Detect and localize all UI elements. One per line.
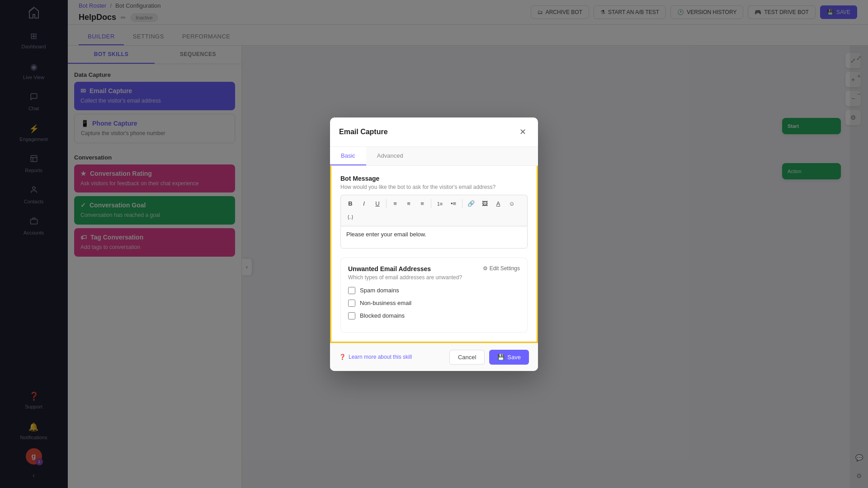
align-center-button[interactable]: ≡ xyxy=(403,198,415,210)
spam-domains-checkbox-row: Spam domains xyxy=(348,287,520,294)
bot-message-title: Bot Message xyxy=(340,175,528,182)
non-business-label: Non-business email xyxy=(360,300,411,306)
text-style-button[interactable]: A xyxy=(492,198,504,210)
blocked-domains-checkbox-row: Blocked domains xyxy=(348,312,520,319)
italic-button[interactable]: I xyxy=(358,198,370,210)
modal-tab-advanced[interactable]: Advanced xyxy=(366,147,414,165)
help-icon: ❓ xyxy=(339,354,346,360)
save-modal-button[interactable]: 💾 Save xyxy=(489,350,529,365)
align-left-button[interactable]: ≡ xyxy=(389,198,401,210)
save-modal-icon: 💾 xyxy=(497,354,505,361)
edit-settings-link[interactable]: ⚙ Edit Settings xyxy=(483,265,520,272)
bot-message-desc: How would you like the bot to ask for th… xyxy=(340,184,528,190)
blocked-domains-label: Blocked domains xyxy=(360,312,405,319)
modal-overlay[interactable]: Email Capture ✕ Basic Advanced Bot Messa… xyxy=(0,0,868,488)
toolbar-divider-1 xyxy=(386,199,387,208)
cancel-button[interactable]: Cancel xyxy=(449,350,485,365)
unwanted-emails-section: Unwanted Email Addresses Which types of … xyxy=(340,258,528,333)
ordered-list-button[interactable]: 1≡ xyxy=(434,198,446,210)
image-button[interactable]: 🖼 xyxy=(479,198,491,210)
modal-tabs: Basic Advanced xyxy=(330,147,538,166)
toolbar-divider-3 xyxy=(462,199,462,208)
email-capture-modal: Email Capture ✕ Basic Advanced Bot Messa… xyxy=(330,117,538,371)
modal-header: Email Capture ✕ xyxy=(330,117,538,147)
bold-button[interactable]: B xyxy=(344,198,356,210)
modal-title: Email Capture xyxy=(339,128,388,136)
non-business-checkbox[interactable] xyxy=(348,300,355,307)
modal-close-button[interactable]: ✕ xyxy=(516,126,529,138)
gear-icon: ⚙ xyxy=(483,265,488,272)
modal-body: Bot Message How would you like the bot t… xyxy=(330,166,538,343)
unwanted-desc: Which types of email addresses are unwan… xyxy=(348,274,462,281)
emoji-button[interactable]: ☺ xyxy=(506,198,518,210)
spam-domains-label: Spam domains xyxy=(360,287,399,294)
align-right-button[interactable]: ≡ xyxy=(416,198,428,210)
editor-toolbar: B I U ≡ ≡ ≡ 1≡ •≡ 🔗 🖼 A ☺ {..} xyxy=(340,195,528,226)
unwanted-title: Unwanted Email Addresses xyxy=(348,265,462,272)
modal-footer: ❓ Learn more about this skill Cancel 💾 S… xyxy=(330,343,538,371)
learn-more-link[interactable]: ❓ Learn more about this skill xyxy=(339,354,412,360)
non-business-checkbox-row: Non-business email xyxy=(348,300,520,307)
unwanted-header: Unwanted Email Addresses Which types of … xyxy=(348,265,520,281)
blocked-domains-checkbox[interactable] xyxy=(348,312,355,319)
unordered-list-button[interactable]: •≡ xyxy=(448,198,459,210)
editor-content[interactable]: Please enter your email below. xyxy=(340,226,528,249)
spam-domains-checkbox[interactable] xyxy=(348,287,355,294)
footer-actions: Cancel 💾 Save xyxy=(449,350,529,365)
bot-message-section: Bot Message How would you like the bot t… xyxy=(340,175,528,249)
toolbar-divider-2 xyxy=(431,199,431,208)
variable-button[interactable]: {..} xyxy=(344,211,356,223)
underline-button[interactable]: U xyxy=(372,198,383,210)
modal-tab-basic[interactable]: Basic xyxy=(330,147,366,165)
link-button[interactable]: 🔗 xyxy=(465,198,477,210)
